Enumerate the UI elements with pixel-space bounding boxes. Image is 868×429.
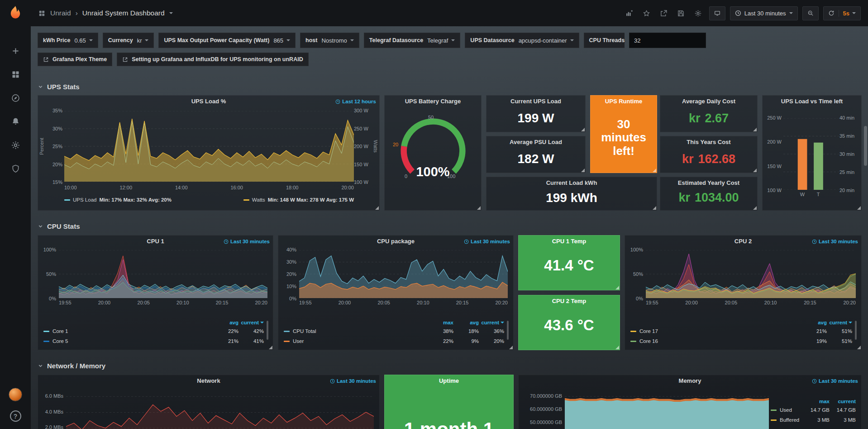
- ups-load-plot[interactable]: [64, 111, 354, 182]
- ups-load-vs-time-plot[interactable]: [783, 118, 839, 190]
- zoom-out-button[interactable]: [802, 6, 819, 20]
- resize-handle[interactable]: [857, 206, 861, 210]
- share-button[interactable]: [658, 7, 670, 19]
- legend-col-avg[interactable]: avg: [453, 320, 479, 325]
- configuration-gear-icon[interactable]: [10, 140, 21, 150]
- server-admin-shield-icon[interactable]: [10, 163, 21, 174]
- create-icon[interactable]: [10, 45, 21, 56]
- alerting-icon[interactable]: [10, 116, 21, 127]
- legend-series[interactable]: Buffered: [771, 417, 803, 423]
- legend-col-max[interactable]: max: [428, 320, 453, 325]
- legend-series[interactable]: CPU Total: [284, 328, 428, 334]
- explore-icon[interactable]: [10, 92, 21, 103]
- variable-kwh-price[interactable]: kWh Price0.65: [38, 33, 98, 48]
- legend-col-current[interactable]: current: [830, 399, 856, 404]
- panel-time-override[interactable]: Last 30 minutes: [330, 378, 376, 384]
- variable-value[interactable]: 0.65: [74, 37, 86, 44]
- add-panel-button[interactable]: [623, 7, 636, 19]
- legend-series[interactable]: Core 16: [630, 338, 801, 344]
- page-scrollbar-thumb[interactable]: [864, 126, 867, 166]
- grafana-logo[interactable]: [0, 0, 31, 26]
- panel-title[interactable]: UPS Load vs Time left: [763, 96, 861, 107]
- panel-time-override[interactable]: Last 30 minutes: [464, 239, 510, 244]
- panel-title[interactable]: Memory: [519, 375, 861, 387]
- resize-handle[interactable]: [509, 346, 513, 349]
- legend-col-avg[interactable]: avg: [213, 320, 238, 325]
- panel-title[interactable]: Current UPS Load: [486, 96, 585, 107]
- panel-title[interactable]: UPS Runtime: [591, 96, 657, 107]
- panel-title[interactable]: Average Daily Cost: [660, 96, 757, 107]
- resize-handle[interactable]: [753, 169, 757, 172]
- cpu2-plot[interactable]: [646, 250, 856, 298]
- cpu-threads-input[interactable]: 32: [629, 33, 706, 48]
- dashboards-icon[interactable]: [10, 69, 21, 80]
- panel-time-override[interactable]: Last 30 minutes: [224, 239, 270, 244]
- legend-col-max[interactable]: max: [803, 399, 830, 404]
- legend-col-avg[interactable]: avg: [801, 320, 827, 325]
- section-network-memory[interactable]: Network / Memory: [38, 360, 105, 371]
- legend-col-current[interactable]: current: [479, 320, 504, 325]
- panel-time-override[interactable]: Last 30 minutes: [812, 239, 858, 244]
- breadcrumb[interactable]: Unraid › Unraid System Dashboard: [38, 9, 173, 17]
- variable-telegraf-datasource[interactable]: Telegraf DatasourceTelegraf: [364, 33, 461, 48]
- resize-handle[interactable]: [753, 128, 757, 131]
- time-range-picker[interactable]: Last 30 minutes: [730, 6, 798, 20]
- resize-handle[interactable]: [269, 346, 272, 349]
- panel-time-override[interactable]: Last 30 minutes: [812, 378, 858, 384]
- legend-series[interactable]: Core 1: [43, 328, 213, 334]
- panel-title[interactable]: This Years Cost: [660, 136, 757, 148]
- resize-handle[interactable]: [615, 286, 619, 289]
- legend-series[interactable]: Core 17: [630, 328, 801, 334]
- help-icon[interactable]: ?: [10, 410, 21, 422]
- link-ups-monitoring-guide[interactable]: Setting up Grafana and InfluxDB for UPS …: [117, 53, 308, 66]
- legend-scrollbar[interactable]: [855, 321, 857, 340]
- panel-title[interactable]: Uptime: [385, 375, 513, 387]
- panel-time-override[interactable]: Last 12 hours: [335, 99, 376, 104]
- legend-col-current[interactable]: current: [238, 320, 264, 325]
- resize-handle[interactable]: [653, 206, 656, 210]
- legend-series[interactable]: User: [284, 338, 428, 344]
- link-grafana-plex-theme[interactable]: Grafana Plex Theme: [38, 53, 112, 66]
- variable-ups-max-output[interactable]: UPS Max Output Power Capacity (Watt)865: [158, 33, 296, 48]
- cpu1-plot[interactable]: [59, 250, 267, 298]
- refresh-interval-label[interactable]: 5s: [843, 10, 849, 17]
- panel-title[interactable]: UPS Load %: [38, 96, 379, 107]
- resize-handle[interactable]: [375, 206, 379, 210]
- variable-value[interactable]: 865: [273, 37, 283, 44]
- resize-handle[interactable]: [753, 206, 757, 210]
- legend-series[interactable]: Used: [771, 407, 803, 413]
- resize-handle[interactable]: [615, 346, 619, 349]
- refresh-picker[interactable]: 5s: [823, 6, 861, 20]
- memory-plot[interactable]: [565, 390, 769, 429]
- network-plot[interactable]: [66, 390, 374, 429]
- panel-title[interactable]: Average PSU Load: [486, 136, 585, 148]
- resize-handle[interactable]: [477, 206, 481, 210]
- section-ups-stats[interactable]: UPS Stats: [38, 81, 80, 92]
- legend-scrollbar[interactable]: [507, 321, 509, 340]
- variable-value[interactable]: Telegraf: [427, 37, 448, 44]
- dashboard-settings-button[interactable]: [692, 7, 705, 19]
- breadcrumb-root[interactable]: Unraid: [50, 9, 71, 17]
- legend-series-name[interactable]: Watts: [252, 197, 265, 202]
- user-avatar[interactable]: [9, 388, 22, 401]
- variable-value[interactable]: kr: [137, 37, 142, 44]
- legend-scrollbar[interactable]: [267, 321, 268, 340]
- breadcrumb-current[interactable]: Unraid System Dashboard: [82, 9, 165, 17]
- panel-title[interactable]: UPS Battery Charge: [385, 96, 481, 107]
- resize-handle[interactable]: [857, 346, 861, 349]
- cpu-package-plot[interactable]: [299, 250, 508, 298]
- variable-value[interactable]: apcupsd-container: [519, 37, 567, 44]
- legend-series[interactable]: Core 5: [43, 338, 213, 344]
- variable-currency[interactable]: Currencykr: [103, 33, 154, 48]
- cycle-view-mode-button[interactable]: [709, 6, 725, 20]
- resize-handle[interactable]: [653, 169, 656, 172]
- panel-title[interactable]: CPU 2 Temp: [519, 295, 620, 307]
- resize-handle[interactable]: [581, 169, 585, 172]
- variable-ups-datasource[interactable]: UPS Datasourceapcupsd-container: [465, 33, 579, 48]
- variable-host[interactable]: hostNostromo: [300, 33, 359, 48]
- section-cpu-stats[interactable]: CPU Stats: [38, 220, 80, 232]
- save-button[interactable]: [675, 7, 687, 19]
- variable-value[interactable]: Nostromo: [321, 37, 347, 44]
- resize-handle[interactable]: [581, 128, 585, 131]
- panel-title[interactable]: Network: [38, 375, 379, 387]
